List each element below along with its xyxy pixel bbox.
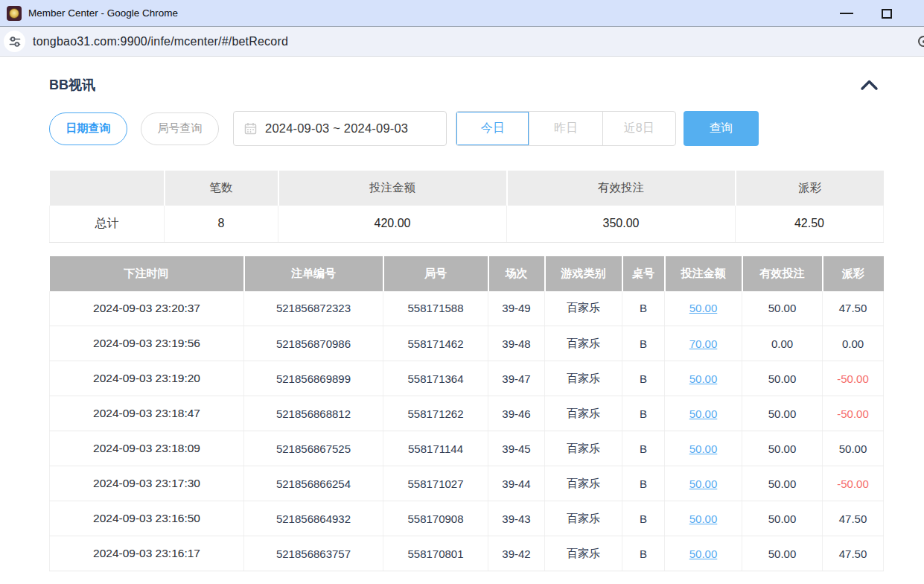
- summary-header-bet-amount: 投注金额: [278, 171, 507, 206]
- cell-session: 39-48: [488, 326, 545, 361]
- bet-amount-link[interactable]: 50.00: [689, 372, 718, 385]
- summary-valid-bet-value: 350.00: [507, 206, 736, 242]
- date-range-input[interactable]: 2024-09-03 ~ 2024-09-03: [233, 111, 447, 146]
- cell-bet-time: 2024-09-03 23:17:30: [50, 466, 244, 501]
- table-row: 2024-09-03 23:17:30 521856866254 5581710…: [50, 466, 884, 501]
- cell-session: 39-45: [488, 431, 545, 466]
- minimize-icon: [840, 13, 853, 14]
- cell-bet-id: 521856866254: [244, 466, 383, 501]
- table-row: 2024-09-03 23:18:09 521856867525 5581711…: [50, 431, 884, 466]
- today-button[interactable]: 今日: [456, 112, 529, 145]
- bet-record-page: BB视讯 日期查询 局号查询 2024-09-03 ~ 2024-09-03: [49, 76, 883, 571]
- cell-payout: -50.00: [823, 466, 884, 501]
- cell-session: 39-42: [488, 536, 545, 571]
- browser-address-row: tongbao31.com:9900/infe/mcenter/#/betRec…: [0, 27, 924, 57]
- cell-bet-time: 2024-09-03 23:19:20: [50, 361, 244, 396]
- cell-bet-amount: 50.00: [665, 431, 742, 466]
- cell-session: 39-44: [488, 466, 545, 501]
- page-title: BB视讯: [49, 76, 95, 94]
- table-row: 2024-09-03 23:19:20 521856869899 5581713…: [50, 361, 884, 396]
- header-valid-bet: 有效投注: [742, 256, 823, 291]
- header-table-no: 桌号: [622, 256, 665, 291]
- cell-bet-amount: 50.00: [665, 361, 742, 396]
- cell-round-id: 558171027: [383, 466, 488, 501]
- cell-bet-amount: 50.00: [665, 501, 742, 536]
- bet-amount-link[interactable]: 50.00: [689, 302, 718, 314]
- browser-action-icon[interactable]: [918, 36, 924, 47]
- header-payout: 派彩: [823, 256, 884, 291]
- round-query-tab[interactable]: 局号查询: [141, 112, 219, 145]
- cell-table-no: B: [622, 501, 665, 536]
- table-row: 2024-09-03 23:20:37 521856872323 5581715…: [50, 291, 884, 326]
- cell-game-type: 百家乐: [545, 466, 622, 501]
- cell-session: 39-47: [488, 361, 545, 396]
- summary-table: 笔数 投注金额 有效投注 派彩 总计 8 420.00 350.00 42.50: [49, 171, 884, 243]
- summary-header-valid-bet: 有效投注: [507, 171, 736, 206]
- cell-table-no: B: [622, 536, 665, 571]
- bet-record-table: 下注时间 注单编号 局号 场次 游戏类别 桌号 投注金额 有效投注 派彩 202…: [49, 256, 884, 572]
- summary-payout-value: 42.50: [736, 206, 884, 242]
- cell-table-no: B: [622, 431, 665, 466]
- maximize-button[interactable]: [875, 2, 899, 25]
- cell-bet-amount: 50.00: [665, 536, 742, 571]
- header-game-type: 游戏类别: [545, 256, 622, 291]
- table-row: 2024-09-03 23:19:56 521856870986 5581714…: [50, 326, 884, 361]
- yesterday-button[interactable]: 昨日: [529, 112, 602, 145]
- table-row: 2024-09-03 23:16:50 521856864932 5581709…: [50, 501, 884, 536]
- header-bet-id: 注单编号: [244, 256, 383, 291]
- cell-session: 39-43: [488, 501, 545, 536]
- header-round-id: 局号: [383, 256, 488, 291]
- cell-bet-amount: 70.00: [665, 326, 742, 361]
- cell-bet-id: 521856870986: [244, 326, 383, 361]
- cell-bet-id: 521856867525: [244, 431, 383, 466]
- cell-round-id: 558171262: [383, 396, 488, 431]
- cell-game-type: 百家乐: [545, 501, 622, 536]
- tune-icon: [8, 35, 22, 48]
- cell-game-type: 百家乐: [545, 291, 622, 326]
- summary-total-label: 总计: [50, 206, 165, 242]
- cell-bet-time: 2024-09-03 23:16:17: [50, 536, 244, 571]
- cell-valid-bet: 0.00: [742, 326, 823, 361]
- header-session: 场次: [488, 256, 545, 291]
- window-title: Member Center - Google Chrome: [28, 7, 178, 19]
- collapse-section-button[interactable]: [853, 76, 883, 93]
- bet-amount-link[interactable]: 50.00: [689, 442, 718, 455]
- cell-valid-bet: 50.00: [742, 361, 823, 396]
- cell-round-id: 558171144: [383, 431, 488, 466]
- date-query-tab[interactable]: 日期查询: [49, 112, 127, 145]
- summary-header-row: 笔数 投注金额 有效投注 派彩: [50, 171, 884, 206]
- bet-amount-link[interactable]: 50.00: [689, 407, 718, 420]
- cell-game-type: 百家乐: [545, 396, 622, 431]
- cell-game-type: 百家乐: [545, 431, 622, 466]
- summary-count-value: 8: [165, 206, 278, 242]
- cell-game-type: 百家乐: [545, 326, 622, 361]
- cell-payout: 50.00: [823, 431, 884, 466]
- bet-amount-link[interactable]: 50.00: [689, 477, 718, 490]
- cell-payout: 47.50: [823, 291, 884, 326]
- minimize-button[interactable]: [835, 2, 858, 25]
- cell-payout: 47.50: [823, 501, 884, 536]
- cell-bet-amount: 50.00: [665, 466, 742, 501]
- cell-table-no: B: [622, 291, 665, 326]
- filter-toolbar: 日期查询 局号查询 2024-09-03 ~ 2024-09-03 今日 昨日 …: [49, 111, 883, 146]
- bet-amount-link[interactable]: 50.00: [689, 512, 718, 525]
- header-bet-amount: 投注金额: [665, 256, 742, 291]
- table-row: 2024-09-03 23:16:17 521856863757 5581708…: [50, 536, 884, 571]
- cell-game-type: 百家乐: [545, 361, 622, 396]
- calendar-icon: [244, 122, 257, 135]
- cell-round-id: 558170801: [383, 536, 488, 571]
- section-header: BB视讯: [49, 76, 883, 93]
- bet-amount-link[interactable]: 50.00: [689, 548, 718, 560]
- cell-payout: 47.50: [823, 536, 884, 571]
- cell-valid-bet: 50.00: [742, 501, 823, 536]
- search-button[interactable]: 查询: [684, 111, 759, 146]
- site-settings-button[interactable]: [4, 31, 25, 52]
- cell-round-id: 558171364: [383, 361, 488, 396]
- bet-amount-link[interactable]: 70.00: [689, 337, 718, 350]
- date-range-value: 2024-09-03 ~ 2024-09-03: [265, 121, 408, 136]
- header-bet-time: 下注时间: [50, 256, 244, 291]
- address-bar[interactable]: tongbao31.com:9900/infe/mcenter/#/betRec…: [33, 35, 288, 48]
- cell-bet-amount: 50.00: [665, 396, 742, 431]
- cell-valid-bet: 50.00: [742, 431, 823, 466]
- last-8-days-button[interactable]: 近8日: [602, 112, 675, 145]
